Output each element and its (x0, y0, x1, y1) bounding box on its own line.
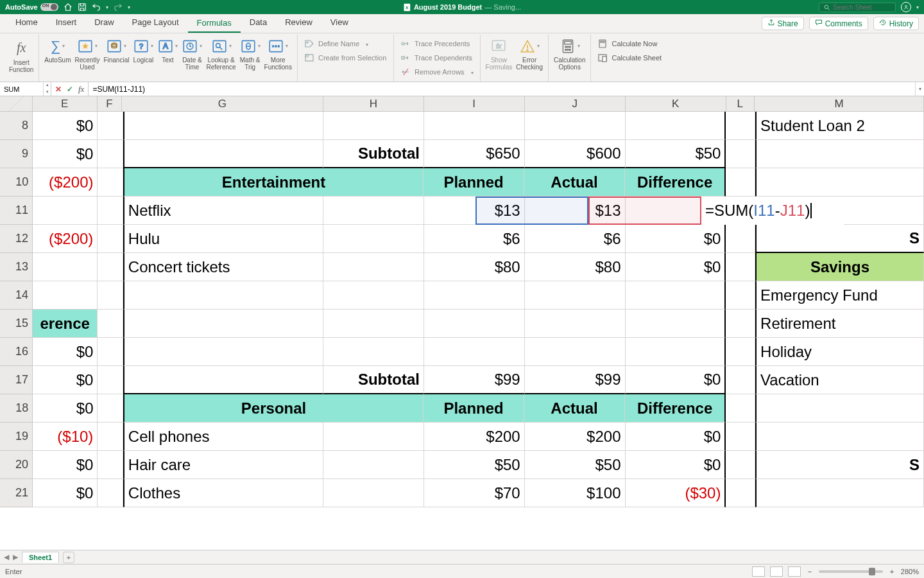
cell-E14[interactable] (33, 281, 98, 310)
cell-E13[interactable] (33, 253, 98, 281)
cell-F10[interactable] (98, 168, 123, 197)
sheet-nav-prev-icon[interactable]: ◀ (4, 553, 9, 561)
row-head[interactable]: 10 (0, 168, 33, 197)
cell-H15[interactable] (323, 310, 424, 338)
row-head[interactable]: 13 (0, 253, 33, 281)
col-E[interactable]: E (33, 96, 98, 111)
row-head[interactable]: 15 (0, 310, 33, 338)
cell-G18[interactable]: Personal (123, 394, 424, 423)
cell-J17[interactable]: $99 (525, 366, 626, 394)
cell-K10[interactable]: Difference (625, 168, 726, 197)
tab-page-layout[interactable]: Page Layout (123, 13, 188, 33)
cell-F13[interactable] (98, 253, 123, 281)
trace-precedents-button[interactable]: Trace Precedents (398, 37, 476, 51)
tab-home[interactable]: Home (6, 13, 47, 33)
cell-G10[interactable]: Entertainment (123, 168, 424, 197)
cell-I10[interactable]: Planned (424, 168, 524, 197)
text-button[interactable]: A▾ Text (156, 37, 179, 64)
calc-options-button[interactable]: ▾ Calculation Options (552, 37, 586, 71)
math-trig-button[interactable]: ▾ Math & Trig (239, 37, 262, 71)
cell-M12[interactable]: S (755, 225, 924, 253)
cell-K21[interactable]: ($30) (626, 479, 726, 507)
show-formulas-button[interactable]: fx Show Formulas (484, 37, 514, 71)
view-page-break-icon[interactable] (788, 566, 801, 577)
cell-H17[interactable]: Subtotal (323, 366, 424, 394)
tab-draw[interactable]: Draw (85, 13, 123, 33)
formula-expand-icon[interactable]: ▾ (915, 82, 924, 96)
undo-icon[interactable] (92, 3, 101, 12)
cell-editor[interactable]: =SUM(I11-J11) (701, 197, 844, 225)
cancel-formula-icon[interactable]: ✕ (55, 85, 62, 94)
cell-M18[interactable] (755, 394, 924, 423)
fx-button-icon[interactable]: fx (78, 84, 84, 94)
zoom-out-button[interactable]: − (806, 568, 814, 575)
home-icon[interactable] (64, 3, 73, 12)
cell-G17[interactable] (123, 366, 323, 394)
cell-J10[interactable]: Actual (524, 168, 625, 197)
col-I[interactable]: I (424, 96, 525, 111)
tab-insert[interactable]: Insert (47, 13, 86, 33)
spreadsheet-grid[interactable]: E F G H I J K L M 8$0Student Loan 29$0Su… (0, 96, 924, 550)
row-head[interactable]: 9 (0, 140, 33, 168)
name-box[interactable]: ▴▾ (0, 82, 51, 96)
cell-F8[interactable] (98, 112, 123, 140)
cell-H11[interactable] (323, 197, 424, 225)
cell-J9[interactable]: $600 (525, 140, 626, 168)
accept-formula-icon[interactable]: ✓ (67, 85, 73, 94)
cell-K14[interactable] (626, 281, 726, 310)
history-button[interactable]: History (873, 17, 919, 30)
cell-G21[interactable]: Clothes (123, 479, 323, 507)
cell-J19[interactable]: $200 (525, 423, 626, 451)
autosum-button[interactable]: ∑▾ AutoSum (43, 37, 72, 64)
add-sheet-button[interactable]: + (63, 552, 74, 563)
cell-F11[interactable] (98, 197, 123, 225)
cell-F9[interactable] (98, 140, 123, 168)
cell-L19[interactable] (726, 423, 755, 451)
cell-G8[interactable] (123, 112, 323, 140)
row-head[interactable]: 14 (0, 281, 33, 310)
cell-J14[interactable] (525, 281, 626, 310)
cell-G12[interactable]: Hulu (123, 225, 323, 253)
cell-F16[interactable] (98, 338, 123, 366)
tab-review[interactable]: Review (276, 13, 321, 33)
qat-dropdown-icon[interactable]: ▾ (128, 4, 130, 10)
cell-J13[interactable]: $80 (525, 253, 626, 281)
cell-H13[interactable] (323, 253, 424, 281)
cell-J16[interactable] (525, 338, 626, 366)
select-all-corner[interactable] (0, 96, 33, 111)
cell-K20[interactable]: $0 (626, 451, 726, 479)
cell-G16[interactable] (123, 338, 323, 366)
cell-F21[interactable] (98, 479, 123, 507)
cell-L10[interactable] (726, 168, 755, 197)
zoom-level[interactable]: 280% (901, 568, 919, 575)
remove-arrows-button[interactable]: Remove Arrows (398, 65, 476, 79)
cell-I11[interactable]: $13 (424, 197, 525, 225)
recently-used-button[interactable]: ▾ Recently Used (74, 37, 101, 71)
zoom-in-button[interactable]: + (888, 568, 896, 575)
cell-M17[interactable]: Vacation (755, 366, 924, 394)
col-L[interactable]: L (726, 96, 755, 111)
cell-K19[interactable]: $0 (626, 423, 726, 451)
cell-E17[interactable]: $0 (33, 366, 98, 394)
row-head[interactable]: 18 (0, 394, 33, 423)
view-page-layout-icon[interactable] (770, 566, 783, 577)
view-normal-icon[interactable] (752, 566, 765, 577)
user-account-icon[interactable] (901, 2, 911, 12)
undo-dropdown-icon[interactable]: ▾ (106, 4, 108, 10)
cell-E11[interactable] (33, 197, 98, 225)
formula-input[interactable] (92, 85, 911, 94)
cell-M8[interactable]: Student Loan 2 (755, 112, 924, 140)
cell-I17[interactable]: $99 (424, 366, 525, 394)
comments-button[interactable]: Comments (809, 17, 868, 30)
cell-L12[interactable] (726, 225, 755, 253)
save-icon[interactable] (78, 3, 87, 12)
logical-button[interactable]: ?▾ Logical (132, 37, 155, 64)
lookup-ref-button[interactable]: ▾ Lookup & Reference (205, 37, 237, 71)
cell-I19[interactable]: $200 (424, 423, 525, 451)
cell-E10[interactable]: ($200) (33, 168, 98, 197)
cell-F17[interactable] (98, 366, 123, 394)
cell-K15[interactable] (626, 310, 726, 338)
col-K[interactable]: K (626, 96, 726, 111)
row-head[interactable]: 8 (0, 112, 33, 140)
cell-L13[interactable] (726, 253, 755, 281)
